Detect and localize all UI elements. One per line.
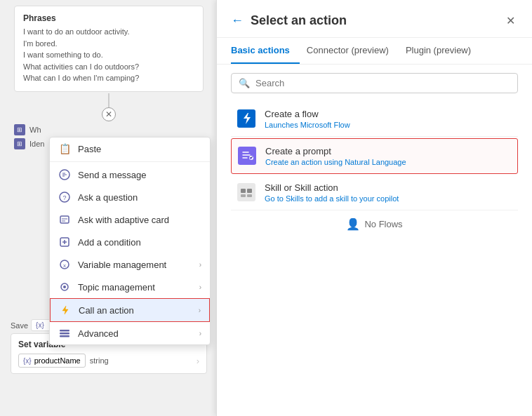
call-action-arrow: › — [199, 307, 201, 314]
no-flows-row: 👤 No Flows — [231, 210, 518, 238]
ask-adaptive-label: Ask with adaptive card — [78, 215, 201, 225]
call-action-icon — [59, 304, 72, 316]
canvas-area: Phrases I want to do an outdoor activity… — [0, 0, 218, 416]
var-name: productName — [34, 356, 81, 365]
svg-rect-13 — [60, 330, 69, 332]
tab-plugin[interactable]: Plugin (preview) — [406, 38, 481, 64]
svg-rect-17 — [238, 147, 256, 165]
ask-question-label: Ask a question — [78, 192, 201, 203]
create-prompt-title: Create a prompt — [265, 146, 406, 156]
tab-basic-actions[interactable]: Basic actions — [231, 38, 300, 64]
save-label: Save — [11, 321, 28, 330]
phrases-text: I want to do an outdoor activity. I'm bo… — [23, 26, 194, 84]
context-menu-paste[interactable]: 📋 Paste — [50, 137, 210, 160]
var-chip-icon: {x} — [23, 357, 32, 365]
set-variable-row: {x} productName string › — [18, 354, 199, 368]
search-box: 🔍 — [231, 73, 518, 93]
advanced-label: Advanced — [78, 328, 199, 339]
context-menu-call-action[interactable]: Call an action › — [50, 298, 210, 322]
svg-point-12 — [63, 286, 66, 288]
create-flow-title: Create a flow — [265, 109, 350, 119]
wh-card-row: ⊞ Wh — [14, 124, 204, 135]
variable-mgmt-icon: x — [58, 258, 71, 271]
chip-icon: {x} — [36, 321, 44, 329]
svg-text:?: ? — [62, 194, 66, 201]
context-menu-send-message[interactable]: Send a message — [50, 163, 210, 186]
variable-mgmt-label: Variable management — [78, 260, 199, 270]
context-menu-ask-question[interactable]: ? Ask a question — [50, 186, 210, 208]
no-flows-label: No Flows — [364, 219, 402, 229]
svg-rect-14 — [60, 333, 69, 335]
connector-dot — [108, 93, 109, 107]
skill-content: Skill or Skill action Go to Skills to ad… — [265, 182, 399, 203]
create-flow-subtitle: Launches Microsoft Flow — [265, 121, 350, 129]
right-panel: ← Select an action ✕ Basic actions Conne… — [216, 0, 532, 416]
action-create-prompt[interactable]: Create a prompt Create an action using N… — [231, 138, 518, 174]
phrases-title: Phrases — [23, 13, 194, 23]
prompt-icon — [237, 146, 257, 166]
variable-mgmt-arrow: › — [199, 261, 201, 269]
paste-label: Paste — [78, 144, 201, 154]
context-menu-topic-mgmt[interactable]: Topic management › — [50, 276, 210, 298]
var-chip: {x} productName — [18, 354, 86, 368]
context-menu-variable-mgmt[interactable]: x Variable management › — [50, 253, 210, 276]
wh-icon: ⊞ — [14, 124, 25, 135]
context-menu-ask-adaptive[interactable]: Ask with adaptive card — [50, 208, 210, 231]
create-prompt-content: Create a prompt Create an action using N… — [265, 146, 406, 166]
phrases-card: Phrases I want to do an outdoor activity… — [14, 6, 204, 92]
divider-1 — [50, 161, 210, 162]
context-menu: 📋 Paste Send a message ? Ask a question — [49, 137, 211, 345]
svg-text:x: x — [63, 262, 66, 269]
context-menu-add-condition[interactable]: Add a condition — [50, 231, 210, 253]
svg-rect-15 — [60, 335, 69, 337]
action-list: Create a flow Launches Microsoft Flow Cr… — [217, 102, 532, 416]
svg-rect-3 — [60, 216, 69, 223]
var-type: string — [90, 356, 109, 365]
wh-label: Wh — [29, 126, 41, 134]
send-message-icon — [58, 168, 71, 181]
svg-rect-23 — [247, 194, 252, 197]
skill-title: Skill or Skill action — [265, 182, 399, 193]
paste-icon: 📋 — [58, 142, 71, 155]
no-flows-icon: 👤 — [346, 217, 360, 231]
variable-chip: {x} — [31, 319, 51, 331]
topic-mgmt-arrow: › — [199, 283, 201, 291]
ask-question-icon: ? — [58, 191, 71, 203]
create-flow-content: Create a flow Launches Microsoft Flow — [265, 109, 350, 129]
topic-mgmt-icon — [58, 281, 71, 293]
call-action-label: Call an action — [79, 305, 199, 316]
search-input[interactable] — [255, 78, 510, 88]
context-menu-advanced[interactable]: Advanced › — [50, 322, 210, 344]
advanced-arrow: › — [199, 330, 201, 337]
create-prompt-subtitle: Create an action using Natural Language — [265, 158, 406, 166]
action-create-flow[interactable]: Create a flow Launches Microsoft Flow — [231, 102, 518, 137]
panel-title: Select an action — [251, 13, 503, 28]
svg-rect-19 — [237, 183, 255, 201]
add-condition-icon — [58, 236, 71, 248]
iden-label: Iden — [29, 140, 44, 148]
advanced-icon — [58, 327, 71, 340]
skill-icon — [237, 182, 256, 202]
svg-rect-20 — [241, 189, 246, 193]
back-button[interactable]: ← — [231, 13, 244, 28]
var-arrow: › — [197, 356, 199, 366]
connector-line: ✕ — [0, 93, 218, 121]
add-node-button[interactable]: ✕ — [102, 107, 116, 121]
send-message-label: Send a message — [78, 170, 201, 180]
search-icon: 🔍 — [239, 78, 250, 88]
svg-rect-22 — [241, 194, 246, 197]
close-button[interactable]: ✕ — [503, 11, 518, 30]
tab-connector[interactable]: Connector (preview) — [307, 38, 399, 64]
tabs-row: Basic actions Connector (preview) Plugin… — [217, 38, 532, 65]
panel-header: ← Select an action ✕ — [217, 0, 532, 38]
svg-rect-21 — [247, 189, 252, 193]
action-skill[interactable]: Skill or Skill action Go to Skills to ad… — [231, 175, 518, 210]
flow-icon — [237, 109, 256, 128]
add-condition-label: Add a condition — [78, 237, 201, 248]
skill-subtitle: Go to Skills to add a skill to your copi… — [265, 194, 399, 203]
topic-mgmt-label: Topic management — [78, 282, 199, 293]
iden-icon: ⊞ — [14, 138, 25, 149]
ask-adaptive-icon — [58, 213, 71, 226]
